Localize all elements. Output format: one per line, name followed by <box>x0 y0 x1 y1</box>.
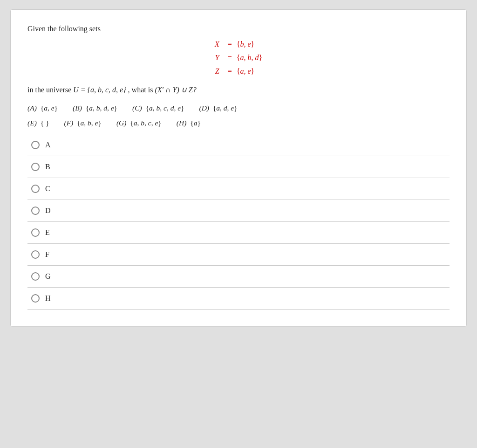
choice-D-value: {a, d, e} <box>211 104 238 112</box>
choices-row-2: (E) { } (F) {a, b, e} (G) {a, b, c, e} (… <box>27 119 450 127</box>
choice-H-label: (H) <box>177 119 187 127</box>
set-z-eq: = <box>224 65 236 77</box>
universe-line: in the universe U = {a, b, c, d, e} , wh… <box>27 84 450 96</box>
choice-G-label: (G) <box>116 119 127 127</box>
set-x-eq: = <box>224 38 236 50</box>
choice-E-label: (E) <box>27 119 37 127</box>
set-y-var: Y <box>215 51 223 64</box>
choices-row-1: (A) {a, e} (B) {a, b, d, e} (C) {a, b, c… <box>27 104 450 112</box>
universe-def: U = {a, b, c, d, e} <box>73 86 126 94</box>
sets-block: X = {b, e} Y = {a, b, d} Z = {a, e} <box>27 37 450 79</box>
set-z-val: {a, e} <box>237 65 262 77</box>
choice-B-label: (B) <box>73 104 82 112</box>
choice-B-value: {a, b, d, e} <box>84 104 117 112</box>
radio-label-B: B <box>45 163 50 171</box>
choice-A-value: {a, e} <box>39 104 58 112</box>
radio-circle-G[interactable] <box>31 272 40 281</box>
radio-row-G[interactable]: G <box>27 266 450 288</box>
radio-circle-E[interactable] <box>31 228 40 237</box>
radio-circle-H[interactable] <box>31 294 40 303</box>
radio-row-C[interactable]: C <box>27 178 450 200</box>
choice-C: (C) {a, b, c, d, e} <box>132 104 184 112</box>
radio-label-H: H <box>45 294 51 303</box>
question-card: Given the following sets X = {b, e} Y = … <box>10 9 467 327</box>
choice-E-value: { } <box>39 119 49 127</box>
radio-row-E[interactable]: E <box>27 222 450 244</box>
radio-label-G: G <box>45 272 51 281</box>
choice-F: (F) {a, b, e} <box>64 119 101 127</box>
sets-table: X = {b, e} Y = {a, b, d} Z = {a, e} <box>214 37 263 79</box>
radio-row-D[interactable]: D <box>27 200 450 222</box>
radio-circle-C[interactable] <box>31 185 40 193</box>
choice-F-value: {a, b, e} <box>75 119 102 127</box>
set-z-var: Z <box>215 65 223 77</box>
choice-E: (E) { } <box>27 119 49 127</box>
choice-C-value: {a, b, c, d, e} <box>144 104 184 112</box>
question-title: Given the following sets <box>27 25 450 33</box>
set-x-val: {b, e} <box>237 38 262 50</box>
radio-circle-D[interactable] <box>31 207 40 215</box>
radio-row-A[interactable]: A <box>27 134 450 156</box>
radio-label-E: E <box>45 228 50 237</box>
choice-H: (H) {a} <box>177 119 201 127</box>
universe-post: , what is <box>128 86 155 94</box>
choice-G-value: {a, b, c, e} <box>128 119 161 127</box>
choice-D-label: (D) <box>199 104 209 112</box>
radio-label-F: F <box>45 250 49 259</box>
radio-label-A: A <box>45 141 51 149</box>
choice-B: (B) {a, b, d, e} <box>73 104 117 112</box>
radio-row-H[interactable]: H <box>27 288 450 310</box>
set-y-val: {a, b, d} <box>237 51 262 64</box>
set-y-eq: = <box>224 51 236 64</box>
radio-circle-A[interactable] <box>31 141 40 149</box>
universe-expression: (X′ ∩ Y) ∪ Z? <box>155 86 196 94</box>
universe-pre: in the universe <box>27 86 73 94</box>
radio-circle-F[interactable] <box>31 250 40 259</box>
choice-C-label: (C) <box>132 104 142 112</box>
radio-options: A B C D E F G H <box>27 134 450 310</box>
choice-F-label: (F) <box>64 119 73 127</box>
choice-A: (A) {a, e} <box>27 104 58 112</box>
choice-A-label: (A) <box>27 104 37 112</box>
radio-circle-B[interactable] <box>31 163 40 171</box>
radio-row-F[interactable]: F <box>27 244 450 266</box>
set-x-var: X <box>215 38 223 50</box>
radio-row-B[interactable]: B <box>27 156 450 178</box>
choice-G: (G) {a, b, c, e} <box>116 119 162 127</box>
radio-label-C: C <box>45 185 50 193</box>
radio-label-D: D <box>45 207 51 215</box>
choice-D: (D) {a, d, e} <box>199 104 237 112</box>
choice-H-value: {a} <box>188 119 201 127</box>
